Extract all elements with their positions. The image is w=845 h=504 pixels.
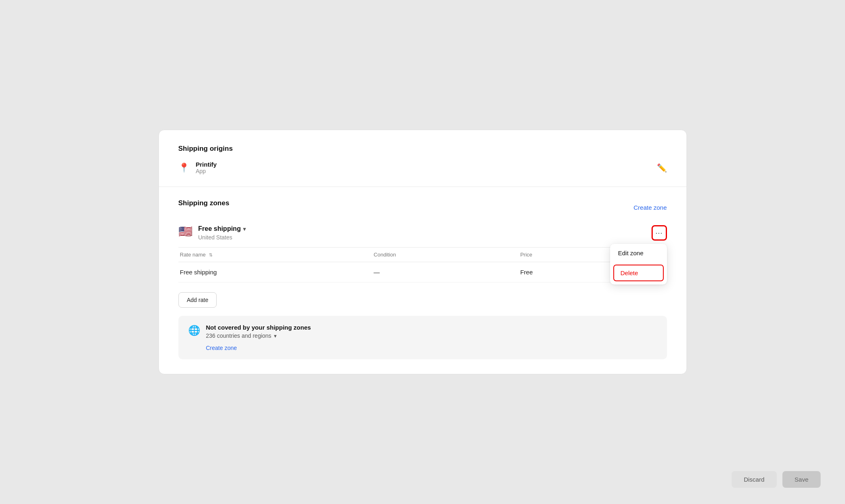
main-card: Shipping origins 📍 Printify App ✏️ Shipp…	[159, 130, 687, 374]
zone-left: 🇺🇸 Free shipping ▾ United States	[178, 225, 246, 241]
chevron-down-icon-sub: ▾	[274, 333, 277, 339]
zone-more-button[interactable]: ···	[652, 225, 667, 241]
edit-origin-icon[interactable]: ✏️	[657, 163, 667, 173]
col-header-rate-name: Rate name ⇅	[178, 248, 374, 262]
origins-title: Shipping origins	[178, 145, 667, 153]
delete-zone-item[interactable]: Delete	[613, 265, 664, 281]
rate-table: Rate name ⇅ Condition Price Free shippin…	[178, 247, 667, 282]
price-cell: Free	[520, 262, 618, 282]
table-row: Free shipping — Free ···	[178, 262, 667, 282]
zone-name: Free shipping ▾	[198, 225, 246, 232]
zone-item: 🇺🇸 Free shipping ▾ United States ···	[178, 225, 667, 308]
zones-title: Shipping zones	[178, 199, 230, 207]
condition-cell: —	[374, 262, 520, 282]
not-covered-content: Not covered by your shipping zones 236 c…	[206, 324, 311, 351]
origin-info: 📍 Printify App	[178, 161, 217, 174]
rate-name-cell: Free shipping	[178, 262, 374, 282]
zone-info: Free shipping ▾ United States	[198, 225, 246, 241]
origin-row: 📍 Printify App ✏️	[178, 161, 667, 174]
not-covered-sub: 236 countries and regions ▾	[206, 332, 311, 339]
zone-country: United States	[198, 234, 246, 241]
globe-icon: 🌐	[188, 325, 200, 336]
add-rate-button[interactable]: Add rate	[178, 292, 217, 308]
col-header-condition: Condition	[374, 248, 520, 262]
shipping-zones-section: Shipping zones Create zone 🇺🇸 Free shipp…	[159, 187, 686, 374]
origin-text: Printify App	[196, 161, 217, 174]
not-covered-section: 🌐 Not covered by your shipping zones 236…	[178, 316, 667, 359]
col-header-price: Price	[520, 248, 618, 262]
flag-icon: 🇺🇸	[178, 226, 193, 237]
not-covered-title: Not covered by your shipping zones	[206, 324, 311, 331]
sort-icon: ⇅	[209, 252, 213, 258]
shipping-origins-section: Shipping origins 📍 Printify App ✏️	[159, 130, 686, 187]
origin-name: Printify	[196, 161, 217, 168]
bottom-bar: Discard Save	[732, 471, 821, 488]
zone-dropdown-menu: Edit zone Delete	[610, 244, 667, 285]
page-wrapper: Shipping origins 📍 Printify App ✏️ Shipp…	[0, 0, 845, 504]
chevron-down-icon: ▾	[243, 226, 246, 232]
create-zone-link-bottom[interactable]: Create zone	[206, 345, 311, 351]
zone-header-row: 🇺🇸 Free shipping ▾ United States ···	[178, 225, 667, 241]
edit-zone-item[interactable]: Edit zone	[610, 244, 667, 262]
origin-sub: App	[196, 168, 217, 174]
location-icon: 📍	[178, 163, 189, 173]
zone-actions: ··· Edit zone Delete	[652, 225, 667, 241]
zones-header: Shipping zones Create zone	[178, 199, 667, 215]
create-zone-link-top[interactable]: Create zone	[634, 204, 667, 211]
save-button[interactable]: Save	[782, 471, 821, 488]
discard-button[interactable]: Discard	[732, 471, 777, 488]
